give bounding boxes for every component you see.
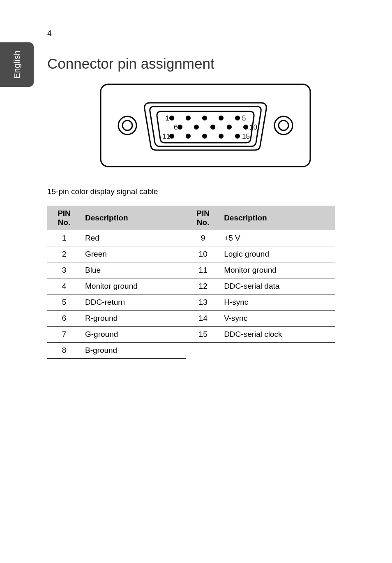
pin-desc-cell: V-sync	[220, 310, 335, 327]
pin-number-cell: 5	[47, 294, 81, 310]
pin-number-cell: 14	[186, 310, 220, 327]
header-pin-no-right: PIN No.	[186, 206, 220, 230]
header-desc-right: Description	[220, 206, 335, 230]
svg-point-5	[169, 116, 174, 120]
svg-point-4	[279, 120, 288, 130]
table-row: 2Green10Logic ground	[47, 246, 335, 262]
pin-desc-cell: G-ground	[81, 327, 186, 343]
svg-point-13	[227, 125, 232, 130]
svg-point-10	[178, 125, 182, 130]
pin-desc-cell: R-ground	[81, 310, 186, 327]
pin-number-cell: 1	[47, 230, 81, 246]
table-row: 1Red9+5 V	[47, 230, 335, 246]
pin-number-cell: 7	[47, 327, 81, 343]
pin-number-cell: 8	[47, 343, 81, 359]
language-tab: English	[0, 42, 34, 87]
pin-number-cell: 13	[186, 294, 220, 310]
svg-point-17	[202, 134, 207, 139]
svg-point-16	[186, 134, 191, 139]
pin-desc-cell: DDC-serial clock	[220, 327, 335, 343]
svg-point-1	[118, 116, 136, 134]
pin-number-cell: 2	[47, 246, 81, 262]
page-number: 4	[47, 29, 52, 38]
table-row: 7G-ground15DDC-serial clock	[47, 327, 335, 343]
pin-desc-cell: DDC-serial data	[220, 278, 335, 294]
pin-desc-cell	[220, 343, 335, 359]
pin-desc-cell: Monitor ground	[81, 278, 186, 294]
table-caption: 15-pin color display signal cable	[47, 187, 158, 196]
pin-number-cell: 6	[47, 310, 81, 327]
svg-point-19	[235, 134, 240, 139]
pin-label-11: 11	[162, 132, 170, 140]
table-header-row: PIN No. Description PIN No. Description	[47, 206, 335, 230]
pin-desc-cell: Monitor ground	[220, 262, 335, 278]
pin-desc-cell: B-ground	[81, 343, 186, 359]
svg-point-8	[219, 116, 224, 120]
pin-table: PIN No. Description PIN No. Description …	[47, 206, 335, 359]
header-pin-no-left: PIN No.	[47, 206, 81, 230]
svg-point-11	[194, 125, 199, 130]
page-title: Connector pin assignment	[47, 56, 214, 72]
pin-label-15: 15	[242, 132, 250, 140]
svg-point-18	[219, 134, 224, 139]
svg-point-2	[122, 120, 132, 130]
svg-point-9	[235, 116, 240, 120]
pin-desc-cell: Logic ground	[220, 246, 335, 262]
language-tab-label: English	[12, 51, 22, 79]
pin-number-cell: 12	[186, 278, 220, 294]
svg-point-3	[274, 116, 293, 134]
pin-label-1: 1	[166, 114, 169, 122]
table-row: 4Monitor ground12DDC-serial data	[47, 278, 335, 294]
table-row: 6R-ground14V-sync	[47, 310, 335, 327]
table-row: 8B-ground	[47, 343, 335, 359]
svg-point-14	[243, 125, 248, 130]
pin-desc-cell: DDC-return	[81, 294, 186, 310]
table-row: 5DDC-return13H-sync	[47, 294, 335, 310]
pin-desc-cell: Red	[81, 230, 186, 246]
pin-label-10: 10	[249, 123, 257, 131]
pin-label-6: 6	[174, 123, 178, 131]
pin-label-5: 5	[242, 114, 246, 122]
pin-number-cell: 4	[47, 278, 81, 294]
pin-number-cell: 9	[186, 230, 220, 246]
pin-desc-cell: Green	[81, 246, 186, 262]
svg-point-6	[186, 116, 191, 120]
pin-number-cell: 3	[47, 262, 81, 278]
connector-diagram: 1 5 6 10 11 15	[97, 80, 314, 171]
pin-desc-cell: +5 V	[220, 230, 335, 246]
pin-number-cell: 10	[186, 246, 220, 262]
header-desc-left: Description	[81, 206, 186, 230]
pin-number-cell: 15	[186, 327, 220, 343]
pin-number-cell: 11	[186, 262, 220, 278]
table-row: 3Blue11Monitor ground	[47, 262, 335, 278]
pin-number-cell	[186, 343, 220, 359]
svg-point-7	[202, 116, 207, 120]
svg-point-12	[210, 125, 215, 130]
pin-desc-cell: H-sync	[220, 294, 335, 310]
pin-desc-cell: Blue	[81, 262, 186, 278]
